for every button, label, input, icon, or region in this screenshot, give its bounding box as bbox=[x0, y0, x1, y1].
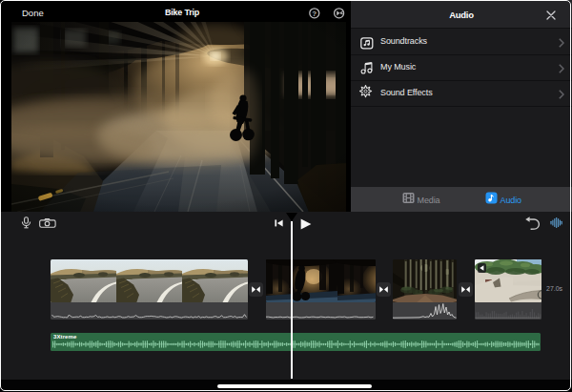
svg-text:?: ? bbox=[312, 10, 317, 18]
